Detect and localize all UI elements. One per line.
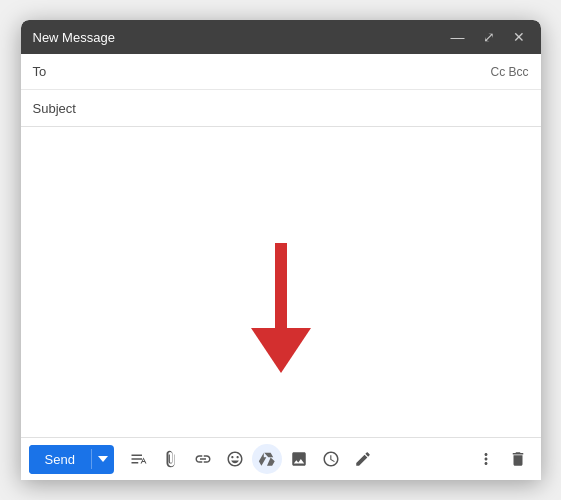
window-title: New Message [33, 30, 115, 45]
link-icon-btn[interactable] [188, 444, 218, 474]
emoji-icon [226, 450, 244, 468]
attach-icon [162, 450, 180, 468]
close-button[interactable]: ✕ [509, 28, 529, 46]
formatting-icon[interactable] [124, 444, 154, 474]
trash-icon [509, 450, 527, 468]
photo-icon-btn[interactable] [284, 444, 314, 474]
resize-button[interactable]: ⤢ [479, 28, 499, 46]
to-label: To [33, 64, 73, 79]
drive-icon-btn[interactable] [252, 444, 282, 474]
schedule-icon-btn[interactable] [316, 444, 346, 474]
subject-label: Subject [33, 101, 76, 116]
more-vert-icon [477, 450, 495, 468]
toolbar: Send [21, 437, 541, 480]
send-dropdown-button[interactable] [91, 449, 114, 469]
send-button[interactable]: Send [29, 445, 91, 474]
photo-icon [290, 450, 308, 468]
signature-icon-btn[interactable] [348, 444, 378, 474]
subject-field-row: Subject [21, 90, 541, 126]
text-format-icon [130, 450, 148, 468]
clock-icon [322, 450, 340, 468]
chevron-down-icon [98, 456, 108, 462]
emoji-icon-btn[interactable] [220, 444, 250, 474]
compose-window: New Message — ⤢ ✕ To Cc Bcc Subject [21, 20, 541, 480]
title-bar: New Message — ⤢ ✕ [21, 20, 541, 54]
message-body [21, 127, 541, 437]
pen-icon [354, 450, 372, 468]
delete-btn[interactable] [503, 444, 533, 474]
drive-icon [258, 450, 276, 468]
minimize-button[interactable]: — [447, 28, 469, 46]
cc-bcc-link[interactable]: Cc Bcc [490, 65, 528, 79]
subject-input[interactable] [76, 101, 529, 116]
window-controls: — ⤢ ✕ [447, 28, 529, 46]
to-field-row: To Cc Bcc [21, 54, 541, 90]
to-input[interactable] [73, 64, 491, 79]
attach-icon-btn[interactable] [156, 444, 186, 474]
body-textarea[interactable] [21, 127, 541, 437]
send-button-group: Send [29, 445, 114, 474]
compose-fields: To Cc Bcc Subject [21, 54, 541, 127]
link-icon [194, 450, 212, 468]
more-options-btn[interactable] [471, 444, 501, 474]
